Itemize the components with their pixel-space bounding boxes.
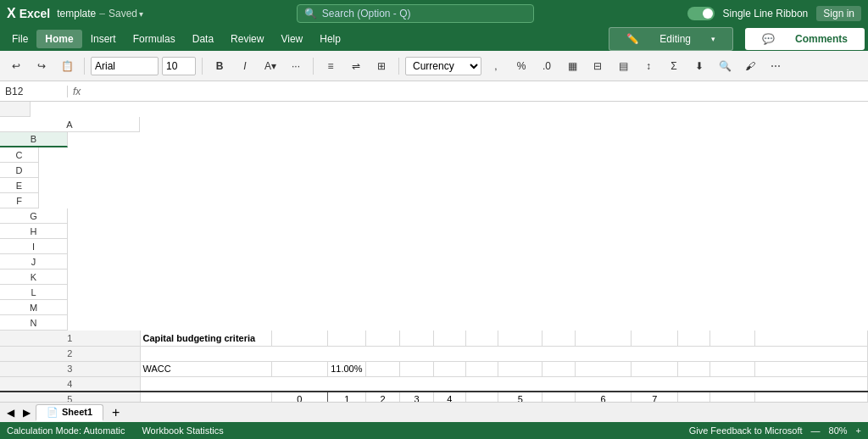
cell-D1[interactable] xyxy=(366,331,400,346)
toggle-switch[interactable] xyxy=(687,7,715,20)
cell-G5[interactable] xyxy=(465,392,498,402)
cell-L1[interactable] xyxy=(677,331,709,346)
cell-A4[interactable] xyxy=(140,376,868,392)
cell-C5[interactable]: 1 xyxy=(328,392,366,402)
color-button[interactable]: A▾ xyxy=(259,55,281,77)
col-header-A[interactable]: A xyxy=(0,117,140,132)
search-box[interactable]: 🔍 Search (Option - Q) xyxy=(297,4,534,23)
cell-A5[interactable] xyxy=(140,392,271,402)
redo-button[interactable]: ↪ xyxy=(31,55,53,77)
next-sheet-button[interactable]: ▶ xyxy=(19,407,34,419)
cell-B1[interactable] xyxy=(271,331,328,346)
cell-K5[interactable]: 7 xyxy=(632,392,677,402)
cell-E5[interactable]: 3 xyxy=(400,392,434,402)
col-header-C[interactable]: C xyxy=(0,147,39,163)
tab-sheet1[interactable]: 📄 Sheet1 xyxy=(36,404,103,421)
cell-B5[interactable]: 0 xyxy=(271,392,328,402)
cell-N5[interactable] xyxy=(754,392,867,402)
cell-G3[interactable] xyxy=(465,361,498,376)
cell-J3[interactable] xyxy=(575,361,632,376)
col-header-L[interactable]: L xyxy=(0,285,68,300)
cell-I5[interactable] xyxy=(542,392,575,402)
cell-J5[interactable]: 6 xyxy=(575,392,632,402)
merge-button[interactable]: ⊞ xyxy=(370,55,392,77)
col-header-G[interactable]: G xyxy=(0,208,68,224)
cell-B3[interactable] xyxy=(271,361,328,376)
add-sheet-button[interactable]: + xyxy=(105,405,126,420)
cell-C3[interactable]: 11.00% xyxy=(328,361,366,376)
cell-K3[interactable] xyxy=(632,361,677,376)
editing-button[interactable]: ✏️ Editing ▾ xyxy=(609,27,733,51)
percent-button[interactable]: % xyxy=(510,55,532,77)
col-header-J[interactable]: J xyxy=(0,254,68,270)
col-header-I[interactable]: I xyxy=(0,239,68,254)
menu-help[interactable]: Help xyxy=(311,30,349,48)
cell-L5[interactable] xyxy=(677,392,709,402)
menu-view[interactable]: View xyxy=(272,30,311,48)
cell-M3[interactable] xyxy=(710,361,754,376)
menu-insert[interactable]: Insert xyxy=(82,30,125,48)
format-painter[interactable]: 🖌 xyxy=(739,55,761,77)
clipboard-button[interactable]: 📋 xyxy=(56,55,78,77)
menu-review[interactable]: Review xyxy=(222,30,272,48)
cell-M1[interactable] xyxy=(710,331,754,346)
cell-C1[interactable] xyxy=(328,331,366,346)
conditional-format-button[interactable]: ▦ xyxy=(561,55,583,77)
comments-button[interactable]: 💬 Comments xyxy=(745,28,865,50)
cell-E1[interactable] xyxy=(400,331,434,346)
font-name-input[interactable] xyxy=(91,57,159,75)
decimal-inc[interactable]: .0 xyxy=(536,55,558,77)
cell-K1[interactable] xyxy=(632,331,677,346)
cell-M5[interactable] xyxy=(710,392,754,402)
more-button[interactable]: ··· xyxy=(285,55,307,77)
bold-button[interactable]: B xyxy=(209,55,231,77)
menu-formulas[interactable]: Formulas xyxy=(125,30,184,48)
cell-E3[interactable] xyxy=(400,361,434,376)
cell-A2[interactable] xyxy=(140,346,868,361)
number-format-select[interactable]: Currency General Number Percentage xyxy=(405,57,481,75)
fill-button[interactable]: ⬇ xyxy=(688,55,710,77)
cell-N1[interactable] xyxy=(754,331,867,346)
sort-button[interactable]: ↕ xyxy=(637,55,659,77)
italic-button[interactable]: I xyxy=(234,55,256,77)
table-format-button[interactable]: ⊟ xyxy=(587,55,609,77)
col-header-E[interactable]: E xyxy=(0,178,39,193)
cell-A3[interactable]: WACC xyxy=(140,361,271,376)
col-header-B[interactable]: B xyxy=(0,132,68,147)
menu-home[interactable]: Home xyxy=(36,30,81,48)
cell-styles-button[interactable]: ▤ xyxy=(612,55,634,77)
dropdown-icon[interactable]: ▾ xyxy=(139,9,143,19)
zoom-in-button[interactable]: + xyxy=(856,425,861,436)
workbook-stats-button[interactable]: Workbook Statistics xyxy=(142,425,223,436)
col-header-N[interactable]: N xyxy=(0,315,68,331)
cell-J1[interactable] xyxy=(575,331,632,346)
overflow-button[interactable]: ⋯ xyxy=(765,55,787,77)
col-header-H[interactable]: H xyxy=(0,224,68,239)
autosum-button[interactable]: Σ xyxy=(663,55,685,77)
cell-H1[interactable] xyxy=(498,331,542,346)
cell-L3[interactable] xyxy=(677,361,709,376)
font-size-input[interactable] xyxy=(162,57,196,75)
cell-G1[interactable] xyxy=(465,331,498,346)
cell-D3[interactable] xyxy=(366,361,400,376)
wrap-button[interactable]: ⇌ xyxy=(345,55,367,77)
sign-in-button[interactable]: Sign in xyxy=(816,6,861,21)
col-header-M[interactable]: M xyxy=(0,300,68,315)
cell-ref-box[interactable]: B12 xyxy=(0,86,68,97)
menu-data[interactable]: Data xyxy=(184,30,222,48)
cell-F1[interactable] xyxy=(433,331,465,346)
comma-button[interactable]: , xyxy=(485,55,507,77)
feedback-label[interactable]: Give Feedback to Microsoft xyxy=(689,425,803,436)
cell-H5[interactable]: 5 xyxy=(498,392,542,402)
cell-H3[interactable] xyxy=(498,361,542,376)
cell-I1[interactable] xyxy=(542,331,575,346)
col-header-F[interactable]: F xyxy=(0,193,39,208)
undo-button[interactable]: ↩ xyxy=(5,55,27,77)
cell-I3[interactable] xyxy=(542,361,575,376)
find-button[interactable]: 🔍 xyxy=(714,55,736,77)
col-header-D[interactable]: D xyxy=(0,163,39,178)
grid-container[interactable]: A B C D E F G H I J K L M N xyxy=(0,102,868,402)
menu-file[interactable]: File xyxy=(3,30,36,48)
cell-F3[interactable] xyxy=(433,361,465,376)
align-button[interactable]: ≡ xyxy=(320,55,342,77)
